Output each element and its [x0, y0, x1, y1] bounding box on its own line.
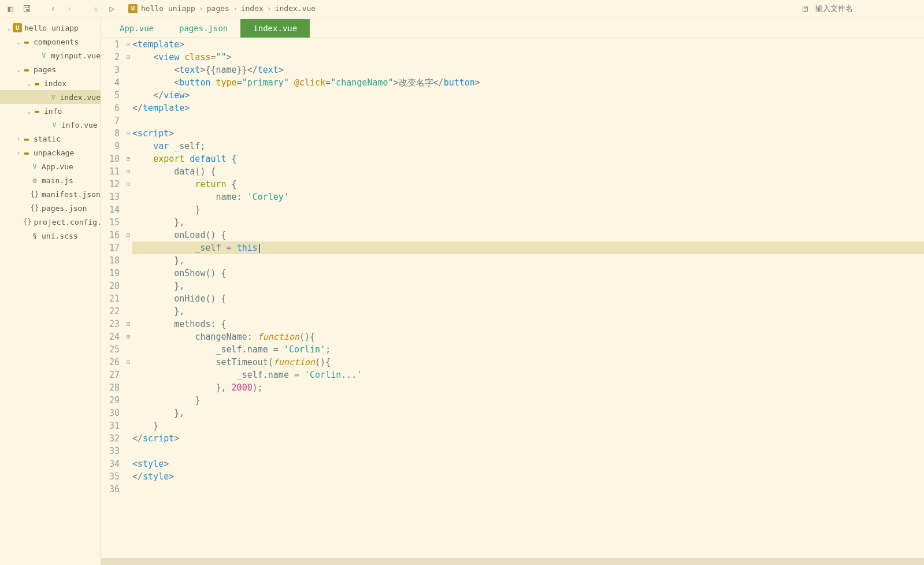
code-line[interactable]: </view> — [132, 89, 924, 102]
new-file-icon[interactable]: ◧ — [5, 3, 16, 14]
fold-marker[interactable]: ⊟ — [124, 318, 132, 330]
code-line[interactable]: </template> — [132, 102, 924, 114]
code-line[interactable]: onShow() { — [132, 267, 924, 280]
run-icon[interactable]: ▷ — [106, 3, 118, 14]
tree-item-project-config-json[interactable]: {}project.config.json — [0, 215, 101, 229]
code-line[interactable]: name: 'Corley' — [132, 191, 924, 203]
code-line[interactable] — [132, 483, 924, 496]
fold-marker[interactable]: ⊟ — [124, 127, 132, 140]
tab-index-vue[interactable]: index.vue — [240, 19, 310, 38]
fold-marker[interactable]: ⊟ — [124, 330, 132, 343]
code-line[interactable] — [132, 114, 924, 127]
back-icon[interactable]: ‹ — [47, 3, 59, 14]
code-line[interactable]: }, — [132, 305, 924, 318]
code-line[interactable]: </style> — [132, 470, 924, 483]
line-number: 23 — [101, 318, 120, 330]
fold-marker — [124, 369, 132, 381]
fold-column[interactable]: ⊟⊟⊟⊟⊟⊟⊟⊟⊟⊟ — [124, 38, 132, 558]
code-line[interactable]: } — [132, 203, 924, 216]
code-line[interactable]: <style> — [132, 458, 924, 470]
code-line[interactable]: _self.name = 'Corlin'; — [132, 343, 924, 356]
horizontal-scrollbar[interactable] — [101, 558, 924, 565]
code-line[interactable]: } — [132, 419, 924, 432]
breadcrumb-item[interactable]: index.vue — [275, 4, 316, 13]
chevron-icon[interactable]: ⌄ — [25, 80, 32, 87]
tree-item-hello uniapp[interactable]: ⌄Uhello uniapp — [0, 21, 101, 35]
tab-App-vue[interactable]: App.vue — [107, 19, 166, 38]
chevron-icon[interactable]: ⌄ — [25, 108, 32, 114]
code-line[interactable]: onHide() { — [132, 292, 924, 305]
breadcrumb-item[interactable]: hello uniapp — [141, 4, 195, 13]
tree-item-uni-scss[interactable]: §uni.scss — [0, 229, 101, 243]
file-search-input[interactable] — [815, 4, 919, 13]
forward-icon[interactable]: › — [64, 3, 75, 14]
folder-icon: ▬ — [22, 38, 31, 46]
chevron-icon[interactable]: ⌄ — [15, 66, 22, 73]
fold-marker[interactable]: ⊟ — [124, 165, 132, 178]
tree-item-index[interactable]: ⌄▬index — [0, 76, 101, 90]
code-line[interactable]: <script> — [132, 127, 924, 140]
line-number: 24 — [101, 330, 120, 343]
star-icon[interactable]: ☆ — [90, 3, 102, 14]
tab-pages-json[interactable]: pages.json — [166, 19, 240, 38]
code-line[interactable]: }, 2000); — [132, 381, 924, 394]
chevron-icon[interactable]: › — [15, 136, 22, 142]
tree-item-components[interactable]: ⌄▬components — [0, 35, 101, 49]
tree-item-index-vue[interactable]: Vindex.vue — [0, 90, 101, 104]
code-line[interactable]: }, — [132, 254, 924, 267]
tree-item-label: project.config.json — [34, 218, 101, 226]
breadcrumb-item[interactable]: index — [241, 4, 264, 13]
code-line[interactable] — [132, 445, 924, 458]
breadcrumb-item[interactable]: pages — [207, 4, 229, 13]
code-line[interactable]: <button type="primary" @click="changeNam… — [132, 76, 924, 89]
tree-item-myinput-vue[interactable]: Vmyinput.vue — [0, 49, 101, 62]
fold-marker[interactable]: ⊟ — [124, 38, 132, 51]
code-line[interactable]: changeName: function(){ — [132, 330, 924, 343]
code-line[interactable]: <view class=""> — [132, 51, 924, 64]
line-number: 21 — [101, 292, 120, 305]
tree-item-info-vue[interactable]: Vinfo.vue — [0, 118, 101, 132]
code-line[interactable]: }, — [132, 216, 924, 229]
line-number: 12 — [101, 178, 120, 191]
fold-marker[interactable]: ⊟ — [124, 356, 132, 369]
tree-item-App-vue[interactable]: VApp.vue — [0, 159, 101, 173]
tree-item-pages-json[interactable]: {}pages.json — [0, 201, 101, 215]
fold-marker — [124, 114, 132, 127]
code-line[interactable]: export default { — [132, 153, 924, 165]
code-line[interactable]: } — [132, 394, 924, 407]
code-line[interactable]: }, — [132, 280, 924, 292]
code-line[interactable]: return { — [132, 178, 924, 191]
fold-marker[interactable]: ⊟ — [124, 178, 132, 191]
file-search-icon[interactable]: 🗎 — [799, 3, 811, 14]
code-line[interactable]: <text>{{name}}</text> — [132, 64, 924, 76]
fold-marker[interactable]: ⊟ — [124, 51, 132, 64]
fold-marker[interactable]: ⊟ — [124, 229, 132, 241]
chevron-icon[interactable]: › — [15, 150, 22, 156]
chevron-icon[interactable]: ⌄ — [6, 25, 13, 31]
tree-item-pages[interactable]: ⌄▬pages — [0, 62, 101, 76]
fold-marker[interactable]: ⊟ — [124, 153, 132, 165]
code-line[interactable]: _self = this — [132, 241, 924, 254]
tree-item-info[interactable]: ⌄▬info — [0, 104, 101, 118]
tree-item-main-js[interactable]: ◎main.js — [0, 173, 101, 187]
save-icon[interactable]: 🖫 — [21, 3, 32, 14]
code-line[interactable]: var _self; — [132, 140, 924, 153]
line-number: 7 — [101, 114, 120, 127]
tree-item-manifest-json[interactable]: {}manifest.json — [0, 187, 101, 201]
code-line[interactable]: <template> — [132, 38, 924, 51]
file-explorer[interactable]: ⌄Uhello uniapp⌄▬componentsVmyinput.vue⌄▬… — [0, 17, 101, 565]
code-line[interactable]: </script> — [132, 432, 924, 445]
tree-item-unpackage[interactable]: ›▬unpackage — [0, 146, 101, 159]
code-line[interactable]: methods: { — [132, 318, 924, 330]
code-line[interactable]: }, — [132, 407, 924, 419]
breadcrumb[interactable]: U hello uniapp › pages › index › index.v… — [128, 4, 316, 13]
code-line[interactable]: setTimeout(function(){ — [132, 356, 924, 369]
line-number: 33 — [101, 445, 120, 458]
code-editor[interactable]: 1234567891011121314151617181920212223242… — [101, 38, 924, 558]
code-line[interactable]: data() { — [132, 165, 924, 178]
tree-item-static[interactable]: ›▬static — [0, 132, 101, 146]
code-content[interactable]: <template> <view class=""> <text>{{name}… — [132, 38, 924, 558]
chevron-icon[interactable]: ⌄ — [15, 39, 22, 45]
code-line[interactable]: _self.name = 'Corlin...' — [132, 369, 924, 381]
code-line[interactable]: onLoad() { — [132, 229, 924, 241]
